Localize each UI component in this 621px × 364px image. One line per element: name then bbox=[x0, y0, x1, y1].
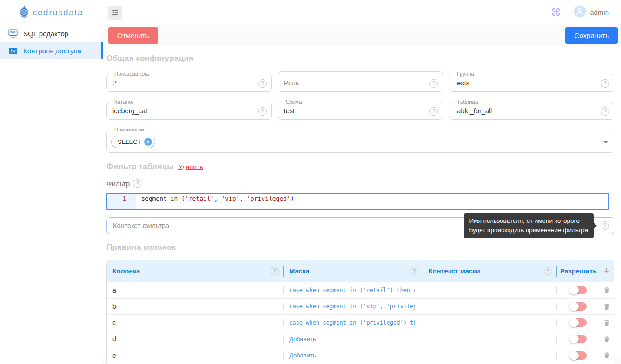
mask-link[interactable]: case when segment in ('retail') then a e… bbox=[289, 287, 415, 293]
section-general-title: Общая конфигурация bbox=[106, 46, 614, 63]
header-mask: Маска bbox=[289, 267, 310, 275]
schema-field-value: test bbox=[284, 107, 295, 115]
table-row: d Добавить bbox=[107, 331, 614, 347]
filter-label: Фильтр bbox=[106, 180, 130, 188]
sidebar-item-label: SQL редактор bbox=[23, 30, 68, 38]
rule-column-name: d bbox=[112, 335, 116, 343]
filter-context-placeholder: Контекст фильтра bbox=[113, 222, 169, 229]
mask-link[interactable]: case when segment in ('vip', 'privileged… bbox=[289, 303, 415, 310]
mask-link[interactable]: Добавить bbox=[289, 352, 316, 359]
section-column-rules-title: Правила колонок bbox=[106, 243, 614, 252]
help-icon[interactable]: ? bbox=[601, 221, 609, 230]
catalog-field[interactable]: Каталог iceberg_cat ? bbox=[106, 104, 272, 120]
trash-icon bbox=[603, 303, 611, 311]
delete-rule-button[interactable] bbox=[603, 335, 611, 343]
header-allow: Разрешить bbox=[560, 267, 597, 275]
filter-code-line[interactable]: segment in ('retail', 'vip', 'privileged… bbox=[136, 194, 294, 209]
table-row: a case when segment in ('retail') then a… bbox=[107, 282, 614, 299]
brand-logo: cedrusdata bbox=[0, 0, 103, 25]
app-root: cedrusdata SQL SQL редактор bbox=[0, 0, 621, 364]
help-icon[interactable]: ? bbox=[429, 107, 438, 116]
help-icon[interactable]: ? bbox=[271, 267, 279, 275]
mask-link[interactable]: Добавить bbox=[289, 336, 316, 343]
allow-toggle[interactable] bbox=[570, 286, 587, 294]
privileges-select[interactable]: Привилегии SELECT ✕ bbox=[106, 131, 614, 153]
role-field-placeholder: Роль bbox=[284, 79, 299, 87]
privilege-chip-label: SELECT bbox=[118, 138, 141, 145]
schema-field[interactable]: Схема test ? bbox=[278, 104, 443, 120]
sidebar-item-sql-editor[interactable]: SQL SQL редактор bbox=[0, 25, 103, 42]
cancel-button[interactable]: Отменить bbox=[108, 27, 158, 44]
rule-column-name: c bbox=[112, 319, 116, 326]
sidebar-item-label: Контроль доступа bbox=[23, 47, 81, 55]
privilege-chip-select[interactable]: SELECT ✕ bbox=[111, 136, 155, 148]
delete-rule-button[interactable] bbox=[603, 303, 611, 311]
command-shortcut-icon[interactable]: ⌘ bbox=[551, 7, 561, 17]
main-column: ⌘ admin Отменить Сохранить Обща bbox=[103, 0, 621, 364]
section-table-filter-title: Фильтр таблицы bbox=[106, 162, 174, 171]
table-field-value: table_for_all bbox=[455, 107, 492, 115]
chevron-down-icon[interactable] bbox=[603, 141, 608, 143]
table-row: b case when segment in ('vip', 'privileg… bbox=[107, 299, 614, 315]
avatar bbox=[574, 5, 586, 20]
username: admin bbox=[590, 8, 609, 16]
header-mask-context: Контекст маски bbox=[429, 267, 480, 275]
group-field[interactable]: Группа tests ? bbox=[449, 76, 614, 92]
column-rules-table: Колонка ? Маска ? Контекст маски ? Разре… bbox=[106, 260, 614, 364]
group-field-value: tests bbox=[455, 79, 469, 87]
line-number: 1 bbox=[122, 195, 126, 202]
help-icon[interactable]: ? bbox=[429, 79, 438, 88]
user-menu[interactable]: admin bbox=[574, 5, 609, 20]
user-field[interactable]: Пользователь .* ? bbox=[106, 76, 272, 92]
mask-link[interactable]: case when segment in ('privileged') then… bbox=[289, 319, 415, 326]
role-field[interactable]: Роль ? bbox=[278, 76, 443, 92]
rule-column-name: a bbox=[112, 286, 116, 294]
rule-column-name: e bbox=[112, 352, 116, 359]
action-toolbar: Отменить Сохранить bbox=[103, 25, 621, 46]
help-icon[interactable]: ? bbox=[410, 267, 418, 275]
collapse-sidebar-button[interactable] bbox=[108, 6, 122, 20]
help-tooltip: Имя пользователя, от имени которого буде… bbox=[464, 213, 594, 238]
help-icon[interactable]: ? bbox=[133, 179, 141, 188]
delete-filter-link[interactable]: Удалить bbox=[178, 163, 203, 170]
help-icon[interactable]: ? bbox=[258, 79, 267, 88]
filter-context-input[interactable]: Контекст фильтра ? Имя пользователя, от … bbox=[106, 217, 614, 234]
content-panel: Общая конфигурация Пользователь .* ? Рол… bbox=[103, 46, 621, 358]
table-header-row: Колонка ? Маска ? Контекст маски ? Разре… bbox=[107, 260, 614, 282]
table-body: a case when segment in ('retail') then a… bbox=[107, 282, 614, 364]
allow-toggle[interactable] bbox=[570, 335, 587, 343]
trash-icon bbox=[603, 335, 611, 343]
delete-rule-button[interactable] bbox=[603, 286, 611, 294]
allow-toggle[interactable] bbox=[570, 351, 587, 360]
table-row: c case when segment in ('privileged') th… bbox=[107, 315, 614, 331]
help-icon[interactable]: ? bbox=[544, 267, 552, 275]
allow-toggle[interactable] bbox=[570, 318, 587, 327]
trash-icon bbox=[603, 319, 611, 327]
help-icon[interactable]: ? bbox=[258, 107, 267, 116]
allow-toggle[interactable] bbox=[570, 302, 587, 311]
header-column: Колонка bbox=[112, 267, 140, 275]
sidebar-item-access-control[interactable]: Контроль доступа bbox=[0, 42, 103, 59]
svg-text:SQL: SQL bbox=[10, 31, 16, 34]
chip-remove-icon[interactable]: ✕ bbox=[144, 138, 152, 146]
editor-gutter: 1 bbox=[107, 194, 136, 209]
catalog-field-value: iceberg_cat bbox=[112, 107, 147, 115]
help-icon[interactable]: ? bbox=[601, 79, 609, 88]
pinecone-logo-icon bbox=[19, 5, 30, 20]
sidebar: cedrusdata SQL SQL редактор bbox=[0, 0, 103, 364]
trash-icon bbox=[603, 351, 611, 359]
add-rule-button[interactable]: + bbox=[604, 266, 610, 276]
user-field-value: .* bbox=[112, 79, 117, 87]
save-button[interactable]: Сохранить bbox=[565, 27, 618, 44]
menu-fold-icon bbox=[111, 8, 119, 17]
table-row: e Добавить bbox=[107, 347, 614, 364]
delete-rule-button[interactable] bbox=[603, 351, 611, 359]
table-field[interactable]: Таблица table_for_all ? bbox=[449, 104, 614, 120]
trash-icon bbox=[603, 286, 611, 294]
brand-name: cedrusdata bbox=[33, 7, 83, 18]
filter-code-editor[interactable]: 1 segment in ('retail', 'vip', 'privileg… bbox=[106, 193, 609, 210]
topbar: ⌘ admin bbox=[103, 0, 621, 25]
sql-editor-icon: SQL bbox=[7, 28, 19, 39]
help-icon[interactable]: ? bbox=[601, 107, 609, 116]
delete-rule-button[interactable] bbox=[603, 319, 611, 327]
